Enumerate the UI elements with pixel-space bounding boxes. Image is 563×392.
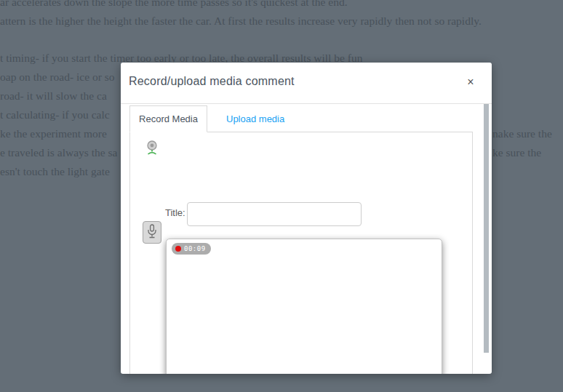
webcam-icon <box>144 148 160 159</box>
recording-timer-badge: 00:09 <box>172 243 211 255</box>
microphone-icon <box>147 224 157 241</box>
record-media-panel: Title: 00:09 <box>129 132 473 374</box>
tab-upload-media[interactable]: Upload media <box>220 105 290 132</box>
recording-timer: 00:09 <box>184 245 206 252</box>
tab-bar: Record Media Upload media <box>129 105 290 132</box>
recording-dot-icon <box>175 246 181 252</box>
modal-header: Record/upload media comment × <box>121 63 492 104</box>
document-text-fragment: ke the experiment more <box>0 127 107 140</box>
document-text-line: esn't touch the light gate <box>0 165 110 178</box>
webcam-button[interactable] <box>143 140 161 157</box>
document-text-line: oap on the road- ice or so <box>0 71 115 84</box>
modal-scrollbar[interactable] <box>484 104 489 353</box>
document-text-fragment: nake sure the <box>492 127 552 140</box>
video-preview: 00:09 <box>166 239 442 374</box>
document-text-line: attern is the higher the height the fast… <box>0 15 482 28</box>
title-input[interactable] <box>187 202 362 226</box>
document-text-fragment: e traveled is always the sa <box>0 146 117 159</box>
tab-record-media[interactable]: Record Media <box>129 105 207 132</box>
close-button[interactable]: × <box>462 73 479 91</box>
document-text-line: ar accelerates down the slope the more t… <box>0 0 348 9</box>
modal-title: Record/upload media comment <box>129 75 295 88</box>
document-text-line: ke the experiment more nake sure the <box>0 127 107 140</box>
document-text-line: e traveled is always the sa ke sure the <box>0 146 117 159</box>
title-label: Title: <box>165 207 185 218</box>
document-text-line: t calculating- if you calc <box>0 108 110 121</box>
document-text-line: road- it will slow the ca <box>0 89 107 103</box>
microphone-button[interactable] <box>143 221 161 244</box>
modal-body: Record Media Upload media <box>121 104 492 374</box>
media-comment-modal: Record/upload media comment × Record Med… <box>121 63 492 374</box>
document-text-fragment: ke sure the <box>492 146 541 159</box>
